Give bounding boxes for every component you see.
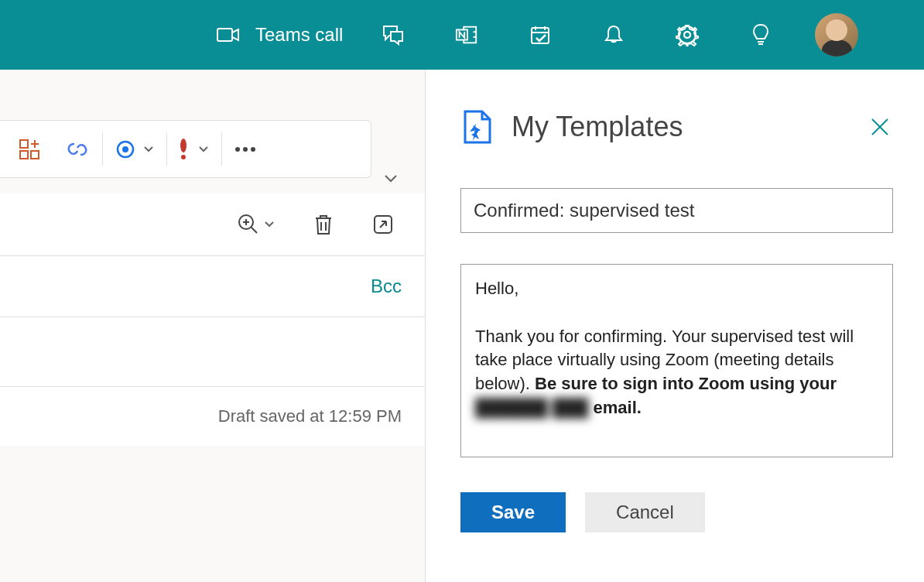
teams-call-label: Teams call xyxy=(255,24,343,46)
svg-rect-16 xyxy=(31,151,39,159)
template-body-greeting: Hello, xyxy=(475,279,518,298)
gear-icon[interactable] xyxy=(676,23,699,46)
my-templates-panel: My Templates Hello, Thank you for confir… xyxy=(426,70,924,582)
svg-point-21 xyxy=(180,139,187,152)
zoom-button[interactable] xyxy=(238,214,275,235)
bell-icon[interactable] xyxy=(602,23,625,46)
template-body-bold-tail: email. xyxy=(588,398,641,417)
todo-icon[interactable] xyxy=(529,23,552,46)
svg-rect-14 xyxy=(20,140,28,148)
main-content: Bcc Draft saved at 12:59 PM My Templates xyxy=(0,70,924,582)
loop-button[interactable] xyxy=(103,121,166,177)
templates-title: My Templates xyxy=(512,111,683,143)
templates-header: My Templates xyxy=(460,108,893,146)
templates-button-row: Save Cancel xyxy=(460,492,893,532)
svg-point-23 xyxy=(235,147,240,152)
onenote-icon[interactable] xyxy=(455,23,478,46)
template-name-input[interactable] xyxy=(460,188,893,233)
svg-line-27 xyxy=(252,228,257,233)
template-body-redacted: ██████ ███ xyxy=(475,396,588,420)
svg-rect-15 xyxy=(20,151,28,159)
draft-saved-label: Draft saved at 12:59 PM xyxy=(218,406,402,426)
bcc-toggle[interactable]: Bcc xyxy=(371,276,402,297)
avatar[interactable] xyxy=(815,13,858,56)
svg-point-24 xyxy=(243,147,248,152)
cancel-button[interactable]: Cancel xyxy=(585,492,705,532)
svg-point-11 xyxy=(684,32,690,38)
apps-button[interactable] xyxy=(6,121,53,177)
templates-icon xyxy=(460,108,495,146)
save-button[interactable]: Save xyxy=(460,492,566,532)
popout-button[interactable] xyxy=(372,214,394,235)
svg-point-25 xyxy=(251,147,255,152)
teams-call-button[interactable]: Teams call xyxy=(217,23,343,46)
subject-row[interactable] xyxy=(0,317,425,387)
svg-rect-0 xyxy=(217,29,232,41)
link-button[interactable] xyxy=(53,121,102,177)
chat-icon[interactable] xyxy=(382,23,405,46)
app-top-bar: Teams call xyxy=(0,0,924,70)
svg-point-10 xyxy=(679,26,696,43)
compose-toolbar xyxy=(0,120,371,178)
close-button[interactable] xyxy=(867,114,893,140)
svg-point-20 xyxy=(122,146,128,152)
chevron-down-icon xyxy=(198,146,209,153)
top-icons-group xyxy=(382,23,772,46)
svg-point-22 xyxy=(181,155,186,159)
lightbulb-icon[interactable] xyxy=(749,23,772,46)
expand-ribbon-button[interactable] xyxy=(384,174,398,183)
more-options-button[interactable] xyxy=(222,121,269,177)
template-body-bold: Be sure to sign into Zoom using your xyxy=(535,374,837,393)
chevron-down-icon xyxy=(264,221,275,228)
message-actions-row xyxy=(0,193,425,256)
bcc-row: Bcc xyxy=(0,256,425,317)
draft-status-row: Draft saved at 12:59 PM xyxy=(0,387,425,446)
delete-button[interactable] xyxy=(313,213,334,236)
chevron-down-icon xyxy=(143,146,154,153)
video-icon xyxy=(217,23,240,46)
template-body-input[interactable]: Hello, Thank you for confirming. Your su… xyxy=(460,264,893,457)
compose-pane: Bcc Draft saved at 12:59 PM xyxy=(0,70,426,582)
importance-button[interactable] xyxy=(167,121,221,177)
